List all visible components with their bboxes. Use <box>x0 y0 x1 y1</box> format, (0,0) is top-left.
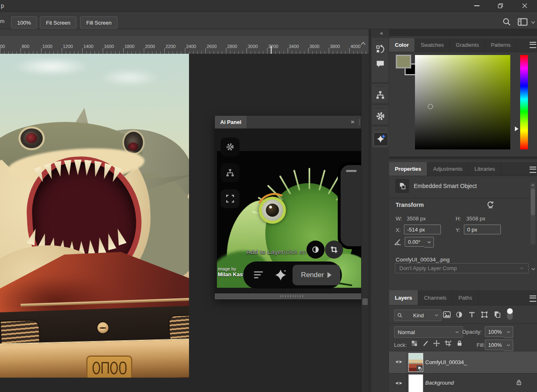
menu-bar <box>254 271 263 273</box>
tab-properties[interactable]: Properties <box>389 162 427 176</box>
ruler-label: 1600 <box>104 44 114 49</box>
ai-workflow-button[interactable] <box>221 163 240 182</box>
filter-adjustment-layers-button[interactable] <box>456 311 463 318</box>
layer-row-background[interactable]: Background <box>389 373 537 392</box>
ai-sparkle-button[interactable] <box>274 269 287 281</box>
properties-scrollbar[interactable] <box>530 183 535 244</box>
restore-button[interactable] <box>491 0 510 11</box>
layer-thumbnail[interactable] <box>408 374 423 392</box>
properties-panel-menu-icon[interactable] <box>530 167 536 173</box>
close-button[interactable] <box>515 0 534 11</box>
ai-crop-button[interactable] <box>325 241 343 259</box>
filter-shape-layers-button[interactable] <box>481 311 488 318</box>
tab-channels[interactable]: Channels <box>418 290 453 305</box>
opacity-label: Opacity: <box>462 329 482 335</box>
dock-node-tree-button[interactable] <box>376 90 385 100</box>
blend-mode-dropdown[interactable]: Normal <box>394 326 463 338</box>
minimize-button[interactable] <box>467 0 486 11</box>
visibility-toggle[interactable] <box>395 359 403 365</box>
render-button[interactable]: Render <box>293 265 340 285</box>
dock-group <box>372 127 388 147</box>
tab-adjustments[interactable]: Adjustments <box>427 162 469 176</box>
filter-smart-objects-button[interactable] <box>493 311 501 318</box>
angle-icon <box>394 238 402 245</box>
object-type-label: Embedded Smart Object <box>414 183 477 189</box>
play-icon <box>327 272 332 278</box>
ai-compare-button[interactable] <box>307 241 325 259</box>
y-input[interactable]: 0 px <box>464 225 501 234</box>
color-panel-menu-icon[interactable] <box>530 42 536 48</box>
tab-swatches[interactable]: Swatches <box>415 38 450 52</box>
ruler-label: 3200 <box>268 44 278 49</box>
hue-slider[interactable] <box>520 55 528 149</box>
plate-glyph <box>119 362 127 374</box>
visibility-toggle[interactable] <box>395 380 403 386</box>
smart-object-filter-icon <box>493 311 501 318</box>
foreground-swatch[interactable] <box>396 55 411 69</box>
canvas-scroll-thumb[interactable] <box>362 298 368 305</box>
dock-comments-button[interactable] <box>376 59 385 69</box>
expand-icon <box>226 194 235 203</box>
tab-paths[interactable]: Paths <box>453 290 478 305</box>
canvas-image-shark[interactable] <box>0 54 189 378</box>
image-credit: image by Milan Kast <box>218 266 244 277</box>
canvas-scroll-up[interactable] <box>360 41 366 46</box>
lock-paint-button[interactable] <box>422 340 429 347</box>
fit-screen-button[interactable]: Fit Screen <box>40 16 76 29</box>
dock-collapse-icon[interactable]: « <box>380 30 383 36</box>
brush-icon <box>422 340 429 347</box>
workspace-button[interactable] <box>518 18 528 26</box>
lock-transparency-button[interactable] <box>411 340 418 347</box>
layers-panel-menu-icon[interactable] <box>530 296 536 302</box>
dock-settings-button[interactable] <box>376 111 385 121</box>
lock-position-button[interactable] <box>433 340 440 347</box>
fill-screen-button[interactable]: Fill Screen <box>80 16 118 29</box>
lock-artboard-button[interactable] <box>444 340 452 347</box>
ai-settings-button[interactable] <box>221 138 240 156</box>
restore-icon <box>498 3 503 9</box>
layer-thumbnail[interactable] <box>408 353 423 372</box>
canvas-vertical-scrollbar[interactable] <box>361 54 369 392</box>
kind-filter-dropdown[interactable]: Kind <box>394 309 442 321</box>
search-button[interactable] <box>502 17 511 26</box>
layer-comp-value: Don't Apply Layer Comp <box>399 265 457 271</box>
dock-ai-panel-button[interactable] <box>373 132 388 146</box>
x-input[interactable]: -514 px <box>404 225 441 234</box>
tab-layers[interactable]: Layers <box>389 290 418 305</box>
layer-name[interactable]: ComfyUI_00034_ <box>425 359 467 365</box>
slider-handle[interactable] <box>346 170 357 172</box>
filter-toggle[interactable] <box>507 309 513 320</box>
reset-transform-button[interactable] <box>486 201 494 209</box>
layer-row-comfyui[interactable]: ComfyUI_00034_ <box>389 351 537 373</box>
ai-panel-tab[interactable]: Ai Panel <box>215 116 247 128</box>
shark-pupil <box>128 142 138 151</box>
layer-comp-dropdown[interactable]: Don't Apply Layer Comp <box>395 263 529 273</box>
menu-bar <box>254 277 258 278</box>
tab-libraries[interactable]: Libraries <box>469 162 501 176</box>
color-field-marker[interactable] <box>428 104 433 109</box>
dock-history-button[interactable] <box>376 44 385 54</box>
fill-dropdown-button[interactable] <box>504 339 513 351</box>
ai-menu-button[interactable] <box>254 271 263 278</box>
history-icon <box>376 44 385 54</box>
tab-gradients[interactable]: Gradients <box>450 38 485 52</box>
color-field[interactable] <box>415 55 510 149</box>
ai-panel-collapse-icon[interactable]: » <box>351 118 353 125</box>
filter-pixel-layers-button[interactable] <box>443 311 451 318</box>
horizontal-ruler[interactable]: 0080010001200140016001800200022002400260… <box>0 36 369 54</box>
zoom-100-button[interactable]: 100% <box>11 16 37 29</box>
tab-patterns[interactable]: Patterns <box>485 38 517 52</box>
filter-type-layers-button[interactable] <box>468 311 475 318</box>
ai-panel-resize-grip[interactable] <box>215 293 369 299</box>
layer-name[interactable]: Background <box>425 380 454 386</box>
chevron-down-icon[interactable] <box>531 267 536 271</box>
opacity-dropdown-button[interactable] <box>504 326 513 338</box>
document-canvas[interactable]: Ai Panel » <box>0 54 369 392</box>
hue-slider-marker[interactable] <box>515 126 519 131</box>
properties-scroll-thumb[interactable] <box>531 188 535 215</box>
lock-all-button[interactable] <box>456 339 463 347</box>
tab-color[interactable]: Color <box>389 38 415 52</box>
ai-expand-button[interactable] <box>221 189 240 208</box>
angle-dropdown-button[interactable] <box>424 237 434 248</box>
workspace-chevron[interactable] <box>530 21 536 24</box>
